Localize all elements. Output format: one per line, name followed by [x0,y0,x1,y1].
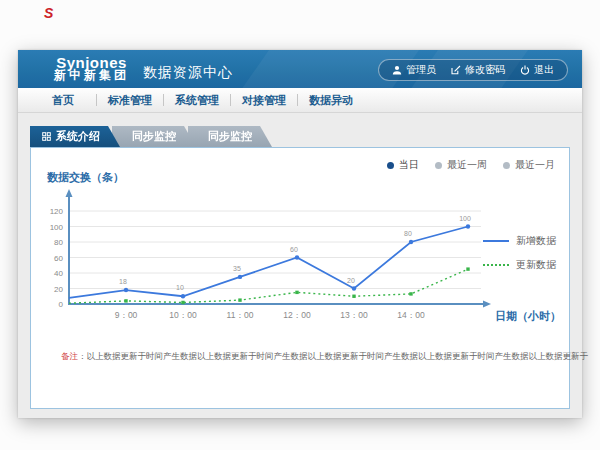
tab-label: 系统介绍 [56,129,100,144]
tab-sync-monitor-2[interactable]: 同步监控 [188,126,272,147]
svg-text:80: 80 [54,238,63,247]
exchange-line-chart: 0204060801001209：0010：0011：0012：0013：001… [35,184,505,334]
logout-label: 退出 [534,63,554,77]
y-axis-title: 数据交换（条） [47,170,124,185]
svg-text:0: 0 [59,300,64,309]
brand-name-cn: 新中新集团 [54,69,129,82]
svg-text:35: 35 [233,265,241,272]
footnote-text: ：以上数据更新于时间产生数据以上数据更新于时间产生数据以上数据更新于时间产生数据… [78,351,588,361]
svg-text:9：00: 9：00 [115,310,138,320]
radio-icon [503,162,510,169]
legend-item-new-data: 新增数据 [483,234,556,248]
page-title: 数据资源中心 [143,64,233,82]
logout-button[interactable]: 退出 [520,63,554,77]
main-nav: 首页 标准管理 系统管理 对接管理 数据异动 [18,88,582,113]
nav-item-system-mgmt[interactable]: 系统管理 [164,93,230,108]
synjones-mark-icon: S [44,6,53,20]
svg-text:60: 60 [290,246,298,253]
svg-text:10: 10 [176,284,184,291]
tab-label: 同步监控 [132,129,176,144]
grid-icon [42,131,51,143]
chart-legend: 新增数据 更新数据 [483,234,556,272]
footnote: 备注：以上数据更新于时间产生数据以上数据更新于时间产生数据以上数据更新于时间产生… [61,351,561,363]
svg-text:100: 100 [50,223,64,232]
legend-item-update-data: 更新数据 [483,258,556,272]
current-user-button[interactable]: 管理员 [392,63,436,77]
tab-system-intro[interactable]: 系统介绍 [30,126,120,147]
change-password-button[interactable]: 修改密码 [451,63,505,77]
app-window: Synjones 新中新集团 数据资源中心 管理员 修改密码 退出 [18,50,582,418]
filter-last-week[interactable]: 最近一周 [435,158,487,172]
solid-line-swatch [483,240,509,242]
range-filters: 当日 最近一周 最近一月 [387,158,555,172]
app-header: Synjones 新中新集团 数据资源中心 管理员 修改密码 退出 [18,50,582,88]
nav-item-standard-mgmt[interactable]: 标准管理 [97,93,163,108]
svg-text:12：00: 12：00 [283,310,311,320]
nav-item-interface-mgmt[interactable]: 对接管理 [231,93,297,108]
radio-icon [387,162,394,169]
svg-text:20: 20 [347,277,355,284]
nav-item-home[interactable]: 首页 [30,93,96,108]
filter-label: 最近一月 [515,158,555,172]
x-axis-title: 日期（小时） [495,309,561,324]
nav-item-data-change[interactable]: 数据异动 [298,93,364,108]
svg-text:11：00: 11：00 [227,310,254,320]
svg-text:80: 80 [404,230,412,237]
svg-text:40: 40 [54,269,63,278]
svg-text:10：00: 10：00 [169,310,197,320]
svg-text:13：00: 13：00 [340,310,368,320]
filter-label: 最近一周 [447,158,487,172]
tab-sync-monitor-1[interactable]: 同步监控 [112,126,196,147]
filter-today[interactable]: 当日 [387,158,419,172]
tab-label: 同步监控 [208,129,252,144]
legend-label: 新增数据 [516,234,556,248]
edit-icon [451,65,461,75]
filter-last-month[interactable]: 最近一月 [503,158,555,172]
svg-text:120: 120 [50,207,64,216]
svg-text:18: 18 [119,278,127,285]
content-tabs: 系统介绍 同步监控 同步监控 [30,126,272,147]
user-icon [392,65,402,75]
change-password-label: 修改密码 [465,63,505,77]
radio-icon [435,162,442,169]
filter-label: 当日 [399,158,419,172]
current-user-label: 管理员 [406,63,436,77]
dotted-line-swatch [483,264,509,266]
svg-text:100: 100 [459,215,471,222]
brand-logo: Synjones 新中新集团 [54,56,129,82]
svg-text:20: 20 [54,285,63,294]
chart-panel: 当日 最近一周 最近一月 数据交换（条） 0204060801001209：00… [30,147,570,409]
legend-label: 更新数据 [516,258,556,272]
svg-text:14：00: 14：00 [397,310,425,320]
svg-text:60: 60 [54,254,63,263]
user-toolbar: 管理员 修改密码 退出 [378,59,568,81]
power-icon [520,65,530,75]
footnote-label: 备注 [61,351,78,361]
